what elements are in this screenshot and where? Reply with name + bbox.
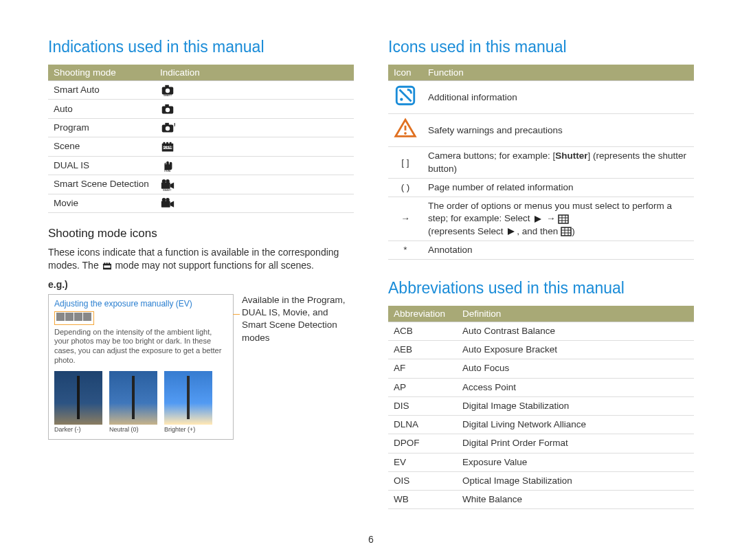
callout-mode-icons-row — [54, 311, 94, 325]
arrow-icon: → — [388, 197, 423, 241]
svg-point-9 — [166, 126, 170, 131]
page-number: 6 — [368, 534, 374, 545]
movie-smart-icon: SMART — [160, 179, 175, 191]
thumb-brighter: Brighter (+) — [164, 371, 212, 434]
icons-table: Icon Function Additional information Saf… — [388, 65, 694, 260]
table-row: EVExposure Value — [388, 453, 694, 471]
table-row: WBWhite Balance — [388, 490, 694, 508]
abbr-col2: Definition — [457, 306, 694, 322]
svg-rect-28 — [106, 262, 107, 264]
table-row: Additional information — [388, 81, 694, 114]
svg-rect-22 — [161, 201, 170, 208]
svg-rect-8 — [165, 123, 168, 126]
icons-col1: Icon — [388, 65, 423, 81]
svg-point-20 — [166, 179, 169, 183]
camera-icon — [160, 103, 175, 115]
table-row: Safety warnings and precautions — [388, 114, 694, 147]
table-row: DLNADigital Living Network Alliance — [388, 416, 694, 434]
movie-icon — [160, 197, 175, 210]
abbreviations-table: Abbreviation Definition ACBAuto Contrast… — [388, 306, 694, 509]
table-row: DISDigital Image Stabilization — [388, 396, 694, 415]
table-row: DPOFDigital Print Order Format — [388, 434, 694, 453]
abbreviations-heading: Abbreviations used in this manual — [388, 279, 694, 298]
hand-dual-icon: DUAL — [160, 159, 175, 172]
svg-rect-14 — [164, 142, 166, 144]
svg-rect-15 — [166, 142, 168, 144]
table-row: [ ] Camera buttons; for example: [Shutte… — [388, 147, 694, 178]
warning-icon — [394, 132, 417, 142]
thumb-neutral: Neutral (0) — [109, 371, 157, 434]
shooting-col2: Indication — [155, 65, 354, 81]
callout-side-text: Available in the Program, DUAL IS, Movie… — [242, 294, 354, 344]
table-row: AEBAuto Exposure Bracket — [388, 341, 694, 359]
shooting-icons-subheading: Shooting mode icons — [48, 227, 354, 240]
svg-text:SCENE: SCENE — [162, 146, 173, 149]
svg-rect-5 — [165, 104, 168, 107]
svg-rect-34 — [559, 215, 568, 223]
abbr-col1: Abbreviation — [388, 306, 457, 322]
svg-rect-26 — [104, 265, 110, 267]
brackets-icon: [ ] — [388, 147, 423, 178]
table-row: Movie — [48, 194, 354, 212]
indications-heading: Indications used in this manual — [48, 38, 354, 56]
svg-rect-27 — [104, 262, 105, 264]
table-row: APAccess Point — [388, 378, 694, 396]
table-row: Smart Auto SMART — [48, 81, 354, 100]
table-row: * Annotation — [388, 240, 694, 259]
callout-connector-line — [233, 314, 240, 315]
thumb-darker: Darker (-) — [54, 371, 102, 434]
table-row: DUAL IS DUAL — [48, 156, 354, 175]
example-callout: Adjusting the exposure manually (EV) Dep… — [48, 294, 234, 440]
table-row: → The order of options or menus you must… — [388, 197, 694, 241]
svg-point-19 — [162, 179, 166, 183]
scene-icon: SCENE — [160, 141, 175, 153]
svg-text:SMART: SMART — [163, 189, 172, 191]
table-row: Smart Scene Detection SMART — [48, 175, 354, 194]
svg-rect-1 — [165, 85, 168, 88]
svg-point-33 — [404, 132, 407, 135]
note-icon — [394, 99, 417, 109]
svg-text:DUAL: DUAL — [164, 170, 171, 172]
callout-body: Depending on the intensity of the ambien… — [54, 328, 227, 366]
play-icon — [532, 214, 543, 224]
svg-rect-29 — [109, 262, 110, 264]
scene-icon — [102, 261, 113, 271]
table-row: ACBAuto Contrast Balance — [388, 322, 694, 340]
grid-icon — [561, 227, 572, 236]
asterisk-icon: * — [388, 240, 423, 259]
callout-title: Adjusting the exposure manually (EV) — [54, 299, 227, 309]
svg-text:P: P — [174, 123, 175, 128]
svg-text:SMART: SMART — [164, 95, 172, 97]
shooting-icons-paragraph: These icons indicate that a function is … — [48, 246, 354, 272]
icons-heading: Icons used in this manual — [388, 38, 694, 56]
shooting-mode-table: Shooting mode Indication Smart Auto SMAR… — [48, 65, 354, 213]
svg-rect-39 — [561, 227, 571, 236]
eg-label: e.g.) — [48, 279, 354, 290]
icons-col2: Function — [423, 65, 694, 81]
svg-point-23 — [162, 198, 166, 201]
play-icon — [506, 227, 517, 236]
svg-rect-16 — [170, 142, 172, 144]
table-row: AFAuto Focus — [388, 359, 694, 378]
camera-p-icon: P — [160, 122, 175, 134]
table-row: Auto — [48, 100, 354, 118]
svg-point-24 — [166, 198, 169, 201]
svg-rect-18 — [161, 182, 170, 188]
svg-point-6 — [166, 108, 170, 112]
svg-point-31 — [400, 98, 403, 101]
paren-icon: ( ) — [388, 178, 423, 197]
camera-smart-icon: SMART — [160, 84, 175, 96]
table-row: Scene SCENE — [48, 137, 354, 156]
shooting-col1: Shooting mode — [48, 65, 155, 81]
svg-point-2 — [166, 89, 170, 93]
grid-icon — [558, 214, 569, 224]
table-row: ( ) Page number of related information — [388, 178, 694, 197]
table-row: OISOptical Image Stabilization — [388, 471, 694, 490]
table-row: Program P — [48, 118, 354, 137]
